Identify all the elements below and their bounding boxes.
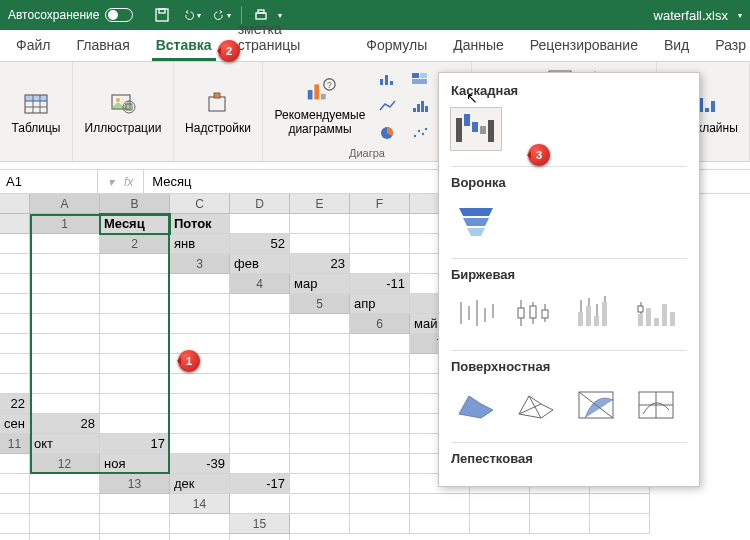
cell[interactable] (170, 334, 230, 354)
save-icon[interactable] (153, 6, 171, 24)
cell[interactable]: Поток (170, 214, 230, 234)
cell[interactable] (350, 514, 410, 534)
cell[interactable]: 17 (100, 434, 170, 454)
cell[interactable] (290, 374, 350, 394)
cell[interactable] (30, 254, 100, 274)
cell[interactable] (350, 254, 410, 274)
cell[interactable] (350, 394, 410, 414)
cell[interactable] (0, 254, 30, 274)
cell[interactable]: дек (170, 474, 230, 494)
row-header[interactable]: 6 (350, 314, 410, 334)
row-header[interactable]: 12 (30, 454, 100, 474)
row-header[interactable]: 2 (100, 234, 170, 254)
cell[interactable] (350, 214, 410, 234)
cell[interactable]: 52 (230, 234, 290, 254)
cell[interactable]: 23 (290, 254, 350, 274)
cell[interactable] (170, 434, 230, 454)
undo-icon[interactable]: ▾ (183, 6, 201, 24)
cell[interactable] (0, 234, 30, 254)
cell[interactable] (350, 494, 410, 514)
cell[interactable] (290, 214, 350, 234)
column-chart-icon[interactable] (373, 66, 403, 91)
cell[interactable] (0, 474, 30, 494)
cell[interactable] (170, 314, 230, 334)
cell[interactable] (0, 374, 30, 394)
cell[interactable] (290, 514, 350, 534)
row-header[interactable]: 5 (290, 294, 350, 314)
redo-icon[interactable]: ▾ (213, 6, 231, 24)
cell[interactable] (30, 314, 100, 334)
cell[interactable]: 22 (0, 394, 30, 414)
cell[interactable] (0, 514, 30, 534)
cell[interactable] (230, 414, 290, 434)
ribbon-tab-6[interactable]: Рецензирование (526, 31, 642, 61)
cell[interactable]: фев (230, 254, 290, 274)
cell[interactable] (290, 394, 350, 414)
cell[interactable] (30, 514, 100, 534)
name-box[interactable]: A1 (0, 170, 98, 193)
cell[interactable] (100, 414, 170, 434)
cell[interactable] (230, 374, 290, 394)
cell[interactable] (350, 374, 410, 394)
cell[interactable]: Месяц (100, 214, 170, 234)
cell[interactable] (290, 354, 350, 374)
cell[interactable] (230, 494, 290, 514)
cell[interactable] (170, 534, 230, 540)
funnel-chart-thumb[interactable] (451, 200, 501, 242)
ribbon-tab-7[interactable]: Вид (660, 31, 693, 61)
cell[interactable] (410, 494, 470, 514)
cell[interactable] (230, 214, 290, 234)
select-all-corner[interactable] (0, 194, 30, 214)
cell[interactable] (170, 514, 230, 534)
stock-chart-thumb-3[interactable] (571, 292, 621, 334)
cell[interactable] (170, 274, 230, 294)
cell[interactable] (350, 454, 410, 474)
cell[interactable] (230, 314, 290, 334)
cell[interactable]: мар (290, 274, 350, 294)
col-header[interactable]: C (170, 194, 230, 214)
cell[interactable]: янв (170, 234, 230, 254)
cell[interactable] (30, 294, 100, 314)
cell[interactable] (0, 534, 30, 540)
cell[interactable] (100, 494, 170, 514)
row-header[interactable]: 13 (100, 474, 170, 494)
ribbon-tab-0[interactable]: Файл (12, 31, 54, 61)
cell[interactable]: ноя (100, 454, 170, 474)
cell[interactable] (230, 534, 290, 540)
cell[interactable] (290, 474, 350, 494)
cell[interactable] (170, 414, 230, 434)
cell[interactable] (100, 294, 170, 314)
cell[interactable] (100, 354, 170, 374)
cell[interactable] (170, 294, 230, 314)
cell[interactable] (100, 374, 170, 394)
cell[interactable] (230, 434, 290, 454)
col-header[interactable]: D (230, 194, 290, 214)
cell[interactable] (470, 494, 530, 514)
tables-button[interactable]: Таблицы (8, 86, 64, 138)
stock-chart-thumb-2[interactable] (511, 292, 561, 334)
cell[interactable] (0, 314, 30, 334)
col-header[interactable]: E (290, 194, 350, 214)
cell[interactable] (290, 314, 350, 334)
col-header[interactable]: A (30, 194, 100, 214)
col-header[interactable]: F (350, 194, 410, 214)
cell[interactable] (410, 514, 470, 534)
cell[interactable] (290, 234, 350, 254)
cell[interactable] (30, 274, 100, 294)
col-header[interactable] (0, 214, 30, 234)
cell[interactable]: -39 (170, 454, 230, 474)
cell[interactable] (530, 494, 590, 514)
ribbon-tab-2[interactable]: Вставка (152, 31, 216, 61)
cell[interactable] (230, 354, 290, 374)
cell[interactable] (0, 354, 30, 374)
cell[interactable] (100, 534, 170, 540)
cell[interactable] (350, 474, 410, 494)
cell[interactable] (350, 354, 410, 374)
cell[interactable] (290, 334, 350, 354)
cell[interactable] (100, 514, 170, 534)
row-header[interactable]: 15 (230, 514, 290, 534)
cell[interactable] (530, 514, 590, 534)
cell[interactable] (350, 234, 410, 254)
statistic-chart-icon[interactable] (405, 93, 435, 118)
cell[interactable] (100, 394, 170, 414)
